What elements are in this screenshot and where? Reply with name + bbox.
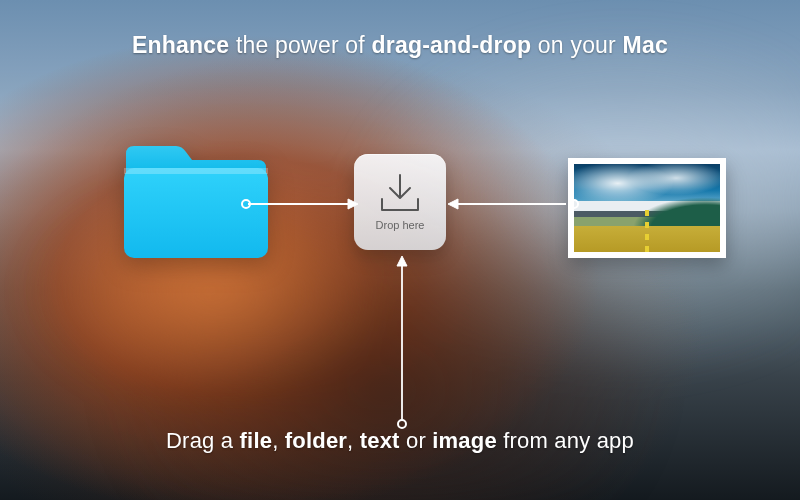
download-tray-icon (377, 173, 423, 213)
svg-marker-4 (348, 199, 358, 209)
arrow-from-image (444, 196, 574, 212)
foot-word-file: file (240, 428, 273, 453)
headline-word-dragdrop: drag-and-drop (372, 32, 532, 58)
footline: Drag a file, folder, text or image from … (0, 428, 800, 454)
headline-word-mac: Mac (623, 32, 668, 58)
anchor-dot-image (569, 199, 579, 209)
foot-word-image: image (432, 428, 497, 453)
headline-word-enhance: Enhance (132, 32, 229, 58)
foot-sep1: , (272, 428, 285, 453)
arrow-from-folder (240, 196, 360, 212)
landscape-photo (574, 164, 720, 252)
foot-word-folder: folder (285, 428, 347, 453)
foot-word-text: text (360, 428, 400, 453)
headline-text: the power of (229, 32, 371, 58)
headline-text-2: on your (531, 32, 622, 58)
promo-stage: Enhance the power of drag-and-drop on yo… (0, 0, 800, 500)
image-thumbnail[interactable] (568, 158, 726, 258)
headline: Enhance the power of drag-and-drop on yo… (0, 32, 800, 59)
foot-sep3: or (400, 428, 433, 453)
svg-marker-6 (448, 199, 458, 209)
svg-rect-0 (124, 168, 268, 258)
foot-tail: from any app (497, 428, 634, 453)
foot-text: Drag a (166, 428, 240, 453)
svg-marker-8 (397, 256, 407, 266)
foot-sep2: , (347, 428, 360, 453)
svg-rect-1 (124, 168, 268, 174)
drop-label: Drop here (376, 219, 425, 231)
arrow-from-text (394, 252, 410, 428)
anchor-dot-folder (241, 199, 251, 209)
drop-target[interactable]: Drop here (354, 154, 446, 250)
